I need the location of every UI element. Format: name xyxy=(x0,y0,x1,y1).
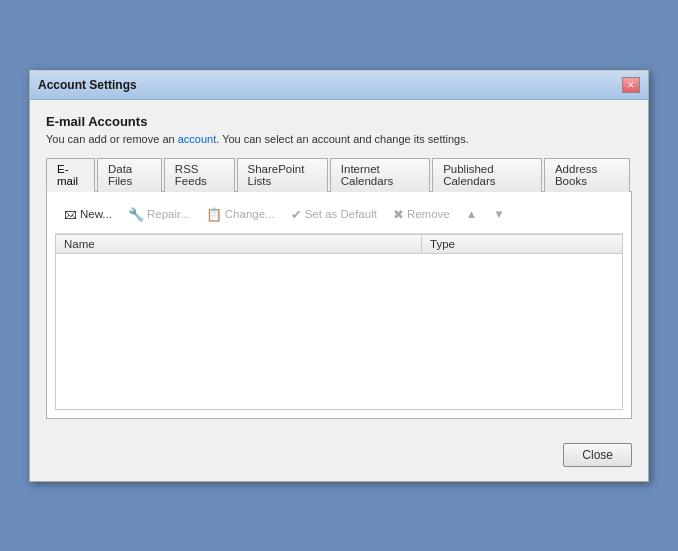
change-icon: 📋 xyxy=(206,207,222,222)
new-icon: 🖂 xyxy=(64,207,77,222)
col-header-type: Type xyxy=(422,235,622,253)
remove-button[interactable]: ✖ Remove xyxy=(386,204,457,225)
move-up-button[interactable]: ▲ xyxy=(459,205,484,223)
change-label: Change... xyxy=(225,208,275,220)
repair-button[interactable]: 🔧 Repair... xyxy=(121,204,197,225)
set-default-label: Set as Default xyxy=(305,208,377,220)
remove-icon: ✖ xyxy=(393,207,404,222)
account-settings-dialog: Account Settings ✕ E-mail Accounts You c… xyxy=(29,70,649,482)
close-button[interactable]: Close xyxy=(563,443,632,467)
window-close-button[interactable]: ✕ xyxy=(622,77,640,93)
tab-rss-feeds[interactable]: RSS Feeds xyxy=(164,158,235,192)
up-icon: ▲ xyxy=(466,208,477,220)
account-link[interactable]: account xyxy=(178,133,217,145)
tab-content-email: 🖂 New... 🔧 Repair... 📋 Change... ✔ Set a… xyxy=(46,192,632,419)
set-default-button[interactable]: ✔ Set as Default xyxy=(284,204,384,225)
tab-data-files[interactable]: Data Files xyxy=(97,158,162,192)
remove-label: Remove xyxy=(407,208,450,220)
col-header-name: Name xyxy=(56,235,422,253)
email-toolbar: 🖂 New... 🔧 Repair... 📋 Change... ✔ Set a… xyxy=(55,200,623,234)
window-body: E-mail Accounts You can add or remove an… xyxy=(30,100,648,433)
window-footer: Close xyxy=(30,433,648,481)
tab-bar: E-mail Data Files RSS Feeds SharePoint L… xyxy=(46,157,632,192)
change-button[interactable]: 📋 Change... xyxy=(199,204,282,225)
tab-internet-calendars[interactable]: Internet Calendars xyxy=(330,158,430,192)
table-body xyxy=(56,254,622,409)
new-label: New... xyxy=(80,208,112,220)
desc-text-before: You can add or remove an xyxy=(46,133,178,145)
window-title: Account Settings xyxy=(38,78,137,92)
move-down-button[interactable]: ▼ xyxy=(486,205,511,223)
tab-sharepoint-lists[interactable]: SharePoint Lists xyxy=(237,158,328,192)
repair-label: Repair... xyxy=(147,208,190,220)
repair-icon: 🔧 xyxy=(128,207,144,222)
tab-email[interactable]: E-mail xyxy=(46,158,95,192)
window-controls: ✕ xyxy=(622,77,640,93)
tab-address-books[interactable]: Address Books xyxy=(544,158,630,192)
title-bar: Account Settings ✕ xyxy=(30,71,648,100)
down-icon: ▼ xyxy=(493,208,504,220)
table-header: Name Type xyxy=(56,235,622,254)
section-description: You can add or remove an account. You ca… xyxy=(46,133,632,145)
section-title: E-mail Accounts xyxy=(46,114,632,129)
new-button[interactable]: 🖂 New... xyxy=(57,204,119,225)
default-icon: ✔ xyxy=(291,207,302,222)
desc-text-after: . You can select an account and change i… xyxy=(216,133,469,145)
tab-published-calendars[interactable]: Published Calendars xyxy=(432,158,542,192)
accounts-table: Name Type xyxy=(55,234,623,410)
